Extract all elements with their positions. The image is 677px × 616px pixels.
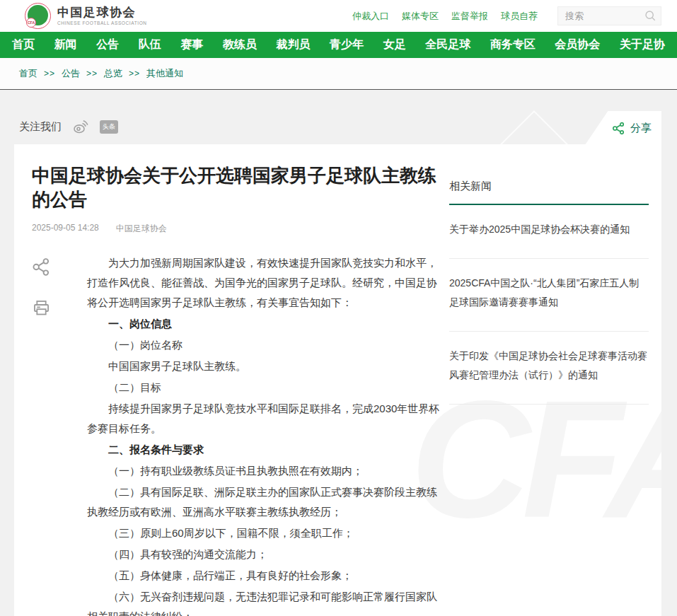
breadcrumb: 首页 >> 公告 >> 总览 >> 其他通知 — [0, 58, 677, 90]
breadcrumb-separator: >> — [129, 69, 140, 79]
paragraph: 中国国家男子足球队主教练。 — [87, 356, 441, 376]
related-news-item[interactable]: 关于印发《中国足球协会社会足球赛事活动赛风赛纪管理办法（试行）》的通知 — [449, 332, 649, 405]
share-nodes-icon — [612, 122, 625, 135]
breadcrumb-other-notices[interactable]: 其他通知 — [146, 67, 183, 80]
paragraph: 为大力加强新周期国家队建设，有效快速提升国家队竞技实力和水平，打造作风优良、能征… — [87, 253, 441, 313]
article-card: CFA 中国足球协会关于公开选聘国家男子足球队主教练的公告 2025-09-05… — [14, 144, 661, 616]
article-date: 2025-09-05 14:28 — [32, 223, 99, 235]
content-zone: 关注我们 头条 分享 CFA 中国足球协会关于公开选聘国家男子足球队主教练的公告… — [0, 90, 677, 616]
related-news-title: 相关新闻 — [449, 180, 649, 205]
section-heading: 一、岗位信息 — [87, 314, 441, 334]
quick-link-self-recommend[interactable]: 球员自荐 — [501, 10, 538, 23]
share-nodes-icon[interactable] — [32, 257, 87, 279]
article-body: 为大力加强新周期国家队建设，有效快速提升国家队竞技实力和水平，打造作风优良、能征… — [87, 253, 441, 616]
paragraph: （六）无兴奋剂违规问题，无违法犯罪记录和可能影响正常履行国家队相关职责的法律纠纷… — [87, 587, 441, 616]
main-nav: 首页 新闻 公告 队伍 赛事 教练员 裁判员 青少年 女足 全民足球 商务专区 … — [0, 32, 677, 58]
search-icon[interactable] — [644, 10, 656, 25]
related-news-item[interactable]: 关于举办2025中国足球协会杯决赛的通知 — [449, 205, 649, 259]
nav-item-home[interactable]: 首页 — [8, 37, 38, 52]
toutiao-icon[interactable]: 头条 — [100, 120, 118, 134]
quick-link-supervision[interactable]: 监督举报 — [451, 10, 488, 23]
print-icon[interactable] — [32, 298, 87, 320]
paragraph: （一）持有职业级教练员证书且执教执照在有效期内； — [87, 461, 441, 481]
top-bar: CFA 中国足球协会 CHINESE FOOTBALL ASSOCIATION … — [0, 0, 677, 32]
breadcrumb-separator: >> — [86, 69, 98, 79]
breadcrumb-announcements[interactable]: 公告 — [62, 67, 80, 80]
quick-link-media[interactable]: 媒体专区 — [402, 10, 439, 23]
article-title: 中国足球协会关于公开选聘国家男子足球队主教练的公告 — [32, 164, 449, 212]
article-source: 中国足球协会 — [116, 223, 167, 235]
paragraph: （四）具有较强的沟通交流能力； — [87, 545, 441, 564]
nav-item-news[interactable]: 新闻 — [51, 37, 81, 52]
paragraph: （一）岗位名称 — [87, 335, 441, 355]
nav-item-competitions[interactable]: 赛事 — [177, 37, 207, 52]
cfa-badge-icon: CFA — [25, 3, 51, 29]
paragraph: （二）目标 — [87, 378, 441, 397]
paragraph: （二）具有国际足联、洲际足联主办的国家队正式赛事决赛阶段主教练执教经历或有欧洲、… — [87, 482, 441, 522]
breadcrumb-separator: >> — [44, 69, 55, 79]
logo-subtitle: CHINESE FOOTBALL ASSOCIATION — [57, 21, 147, 25]
article-tools — [32, 253, 87, 616]
nav-item-announcements[interactable]: 公告 — [93, 37, 122, 52]
paragraph: 持续提升国家男子足球队竞技水平和国际足联排名，完成2030年世界杯参赛目标任务。 — [87, 399, 441, 438]
follow-us-label: 关注我们 — [19, 120, 62, 134]
nav-item-business[interactable]: 商务专区 — [487, 37, 539, 52]
nav-item-referees[interactable]: 裁判员 — [272, 37, 313, 52]
weibo-icon[interactable] — [72, 118, 89, 135]
article: 中国足球协会关于公开选聘国家男子足球队主教练的公告 2025-09-05 14:… — [14, 144, 449, 616]
cfa-logo[interactable]: CFA 中国足球协会 CHINESE FOOTBALL ASSOCIATION — [25, 3, 147, 29]
nav-item-about[interactable]: 关于足协 — [616, 37, 669, 52]
nav-item-coaches[interactable]: 教练员 — [219, 37, 260, 52]
section-heading: 二、报名条件与要求 — [87, 440, 441, 460]
paragraph: （三）原则上60周岁以下，国籍不限，须全职工作； — [87, 523, 441, 543]
nav-item-member-assoc[interactable]: 会员协会 — [551, 37, 603, 52]
related-news-item[interactable]: 2025CFA中国之队·“北人集团”石家庄五人制足球国际邀请赛赛事通知 — [449, 259, 649, 332]
share-label: 分享 — [630, 122, 652, 135]
quick-link-arbitration[interactable]: 仲裁入口 — [352, 10, 389, 23]
nav-item-teams[interactable]: 队伍 — [135, 37, 165, 52]
nav-item-youth[interactable]: 青少年 — [326, 37, 367, 52]
nav-item-womens[interactable]: 女足 — [380, 37, 410, 52]
follow-us-row: 关注我们 头条 — [19, 118, 118, 135]
logo-title: 中国足球协会 — [57, 6, 147, 20]
paragraph: （五）身体健康，品行端正，具有良好的社会形象； — [87, 566, 441, 586]
share-button[interactable]: 分享 — [585, 111, 661, 145]
related-news-sidebar: 相关新闻 关于举办2025中国足球协会杯决赛的通知 2025CFA中国之队·“北… — [449, 180, 649, 405]
breadcrumb-overview[interactable]: 总览 — [104, 67, 122, 80]
breadcrumb-home[interactable]: 首页 — [19, 67, 37, 80]
nav-item-grassroots[interactable]: 全民足球 — [422, 37, 474, 52]
